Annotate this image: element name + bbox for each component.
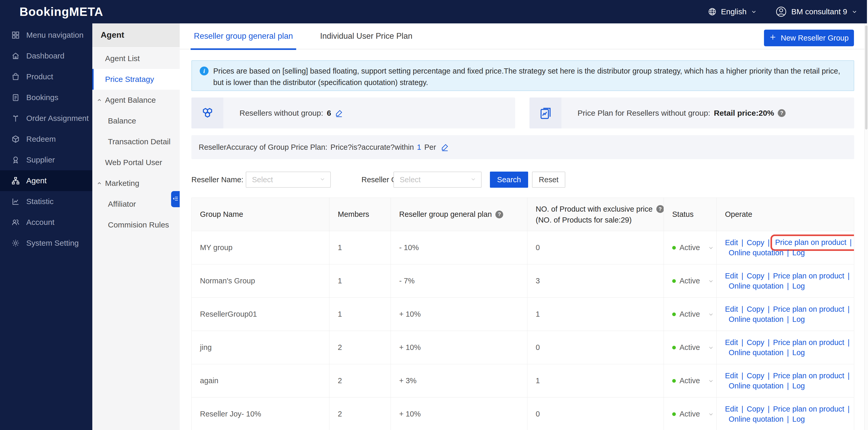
reseller-name-select[interactable]: Select <box>246 172 331 188</box>
log-link[interactable]: Log <box>792 281 805 291</box>
edit-link[interactable]: Edit <box>725 404 738 414</box>
status-select[interactable]: Active <box>664 364 717 398</box>
online-quotation-link[interactable]: Online quotation <box>728 314 783 325</box>
question-icon[interactable]: ? <box>495 211 503 218</box>
chevron-down-icon <box>470 176 476 184</box>
sidebar-item-bookings[interactable]: Bookings <box>0 87 92 108</box>
status-dot <box>672 346 676 349</box>
resellers-without-group-card: Resellers without group: 6 <box>191 97 515 128</box>
log-link[interactable]: Log <box>792 314 805 325</box>
sidebar-item-label: Agent <box>26 176 46 185</box>
sidebar-item-statistic[interactable]: Statistic <box>0 191 92 212</box>
chevron-down-icon <box>319 176 326 184</box>
question-icon[interactable]: ? <box>656 205 664 213</box>
submenu-item-price-stratagy[interactable]: Price Stratagy <box>92 69 180 90</box>
filter-bar: Reseller Name: Select Reseller Group: Se… <box>180 172 868 188</box>
sidebar-item-order-assignment[interactable]: Order Assignment <box>0 108 92 129</box>
sidebar-item-supplier[interactable]: Supplier <box>0 150 92 170</box>
copy-link[interactable]: Copy <box>747 337 765 347</box>
price-plan-on-product-link[interactable]: Price plan on product <box>773 271 844 281</box>
copy-link[interactable]: Copy <box>747 238 765 248</box>
avatar-icon <box>775 6 787 18</box>
edit-link[interactable]: Edit <box>725 371 738 381</box>
copy-link[interactable]: Copy <box>747 304 765 314</box>
column-header-general-plan: Reseller group general plan ? <box>391 198 527 231</box>
submenu-group-marketing[interactable]: Marketing <box>92 173 180 194</box>
submenu-item-transaction-detail[interactable]: Transaction Detail <box>92 131 180 152</box>
scrollbar-corner <box>867 0 868 23</box>
select-placeholder: Select <box>400 176 421 184</box>
copy-link[interactable]: Copy <box>747 271 765 281</box>
price-plan-on-product-link[interactable]: Price plan on product <box>773 304 844 314</box>
tab-individual-user-price-plan[interactable]: Individual User Price Plan <box>320 23 404 50</box>
price-plan-on-product-link[interactable]: Price plan on product <box>773 337 844 347</box>
page-scrollbar[interactable] <box>864 23 868 430</box>
online-quotation-link[interactable]: Online quotation <box>728 281 783 291</box>
price-plan-on-product-link[interactable]: Price plan on product <box>773 371 844 381</box>
reseller-group-select[interactable]: Select <box>394 172 482 188</box>
online-quotation-link[interactable]: Online quotation <box>728 381 783 391</box>
edit-pencil-icon[interactable] <box>441 143 449 151</box>
new-reseller-group-button[interactable]: New Reseller Group <box>764 30 854 46</box>
exclusive-count-cell: 0 <box>527 231 664 265</box>
edit-link[interactable]: Edit <box>725 271 738 281</box>
status-select[interactable]: Active <box>664 265 717 298</box>
sidebar-item-account[interactable]: Account <box>0 212 92 233</box>
online-quotation-link[interactable]: Online quotation <box>728 347 783 358</box>
price-plan-on-product-link[interactable]: Price plan on product <box>773 404 844 414</box>
user-menu[interactable]: BM consultant 9 <box>775 6 858 18</box>
sidebar-item-product[interactable]: Product <box>0 66 92 87</box>
online-quotation-link[interactable]: Online quotation <box>728 414 783 424</box>
members-cell: 2 <box>330 364 391 398</box>
online-quotation-link[interactable]: Online quotation <box>728 248 783 258</box>
log-link[interactable]: Log <box>792 248 805 258</box>
status-select[interactable]: Active <box>664 331 717 364</box>
sidebar-item-label: Product <box>26 72 53 81</box>
search-button[interactable]: Search <box>490 172 528 188</box>
language-selector[interactable]: English <box>708 7 757 16</box>
group-name-cell: again <box>192 364 330 398</box>
log-link[interactable]: Log <box>792 414 805 424</box>
submenu-item-web-portal-user[interactable]: Web Portal User <box>92 152 180 173</box>
operate-cell: Edit|Copy|Price plan on product|Online q… <box>717 398 854 430</box>
separator: | <box>848 304 850 314</box>
operate-cell: Edit|Copy|Price plan on product|Online q… <box>717 298 854 331</box>
submenu-item-affiliator[interactable]: Affiliator <box>92 194 180 214</box>
accuracy-label: ResellerAccuracy of Group Price Plan: <box>199 143 328 152</box>
sidebar-item-redeem[interactable]: Redeem <box>0 129 92 150</box>
edit-link[interactable]: Edit <box>725 238 738 248</box>
reset-button[interactable]: Reset <box>532 172 565 188</box>
users-icon <box>11 218 20 227</box>
edit-link[interactable]: Edit <box>725 304 738 314</box>
question-icon[interactable]: ? <box>778 109 785 117</box>
copy-link[interactable]: Copy <box>747 371 765 381</box>
submenu-item-label: Price Stratagy <box>105 75 154 84</box>
cube-icon <box>11 135 20 144</box>
collapse-sidebar-button[interactable] <box>171 191 180 207</box>
copy-link[interactable]: Copy <box>747 404 765 414</box>
status-label: Active <box>680 310 700 318</box>
log-link[interactable]: Log <box>792 381 805 391</box>
submenu-item-balance[interactable]: Balance <box>92 111 180 131</box>
edit-link[interactable]: Edit <box>725 337 738 347</box>
operate-line-1: Edit|Copy|Price plan on product| <box>725 304 853 314</box>
sidebar-item-dashboard[interactable]: Dashboard <box>0 45 92 66</box>
sidebar-item-system-setting[interactable]: System Setting <box>0 233 92 253</box>
status-select[interactable]: Active <box>664 231 717 265</box>
scrollbar-thumb[interactable] <box>865 26 867 129</box>
submenu-item-label: Agent Balance <box>105 96 156 104</box>
separator: | <box>741 271 743 281</box>
submenu-item-agent-list[interactable]: Agent List <box>92 48 180 69</box>
submenu-item-commision-rules[interactable]: Commision Rules <box>92 214 180 235</box>
edit-pencil-icon[interactable] <box>335 109 343 117</box>
column-header-label: Reseller group general plan <box>399 210 492 219</box>
status-dot <box>672 246 676 250</box>
log-link[interactable]: Log <box>792 347 805 358</box>
status-select[interactable]: Active <box>664 298 717 331</box>
tab-reseller-group-general-plan[interactable]: Reseller group general plan <box>191 23 296 50</box>
price-plan-on-product-link[interactable]: Price plan on product <box>775 237 846 247</box>
sidebar-item-agent[interactable]: Agent <box>0 170 92 191</box>
status-select[interactable]: Active <box>664 398 717 430</box>
sidebar-item-menu-navigation[interactable]: Menu navigation <box>0 25 92 45</box>
submenu-group-agent-balance[interactable]: Agent Balance <box>92 90 180 111</box>
